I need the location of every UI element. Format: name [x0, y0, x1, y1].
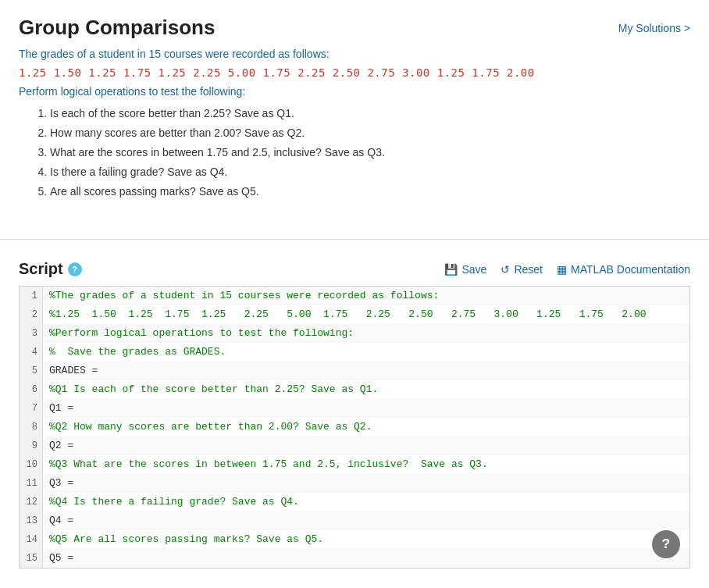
code-line: 7Q1 = [20, 399, 689, 418]
line-number: 4 [20, 343, 43, 362]
line-number: 10 [20, 455, 43, 474]
line-content[interactable]: % Save the grades as GRADES. [43, 343, 689, 362]
code-line: 5GRADES = [20, 362, 689, 380]
line-number: 14 [20, 530, 43, 549]
line-content[interactable]: %Q2 How many scores are better than 2.00… [43, 418, 689, 437]
save-label: Save [461, 263, 486, 276]
line-number: 8 [20, 418, 43, 437]
my-solutions-link[interactable]: My Solutions > [618, 22, 690, 34]
page-title: Group Comparisons [19, 16, 215, 40]
script-section: Script ? 💾 Save ↺ Reset ▦ MATLAB Documen… [0, 252, 709, 568]
code-line: 12%Q4 Is there a failing grade? Save as … [20, 493, 689, 511]
section-divider [0, 239, 709, 240]
line-content[interactable]: %Q5 Are all scores passing marks? Save a… [43, 530, 689, 549]
line-content[interactable]: %Q3 What are the scores in between 1.75 … [43, 455, 689, 474]
line-number: 6 [20, 380, 43, 399]
task-list: Is each of the score better than 2.25? S… [50, 105, 690, 200]
task-item: What are the scores in between 1.75 and … [50, 144, 690, 161]
reset-button[interactable]: ↺ Reset [501, 263, 543, 276]
floating-help-button[interactable]: ? [652, 530, 680, 558]
line-content[interactable]: Q4 = [43, 511, 689, 530]
line-number: 7 [20, 399, 43, 418]
task-item: How many scores are better than 2.00? Sa… [50, 125, 690, 141]
script-title-group: Script ? [19, 260, 82, 278]
script-help-icon[interactable]: ? [68, 262, 82, 276]
line-content[interactable]: %Q4 Is there a failing grade? Save as Q4… [43, 493, 689, 511]
perform-text: Perform logical operations to test the f… [19, 85, 690, 98]
code-line: 1%The grades of a student in 15 courses … [20, 287, 689, 305]
grades-values: 1.25 1.50 1.25 1.75 1.25 2.25 5.00 1.75 … [19, 66, 690, 79]
matlab-doc-label: MATLAB Documentation [571, 263, 690, 276]
matlab-doc-button[interactable]: ▦ MATLAB Documentation [557, 263, 690, 276]
code-line: 3%Perform logical operations to test the… [20, 324, 689, 343]
line-content[interactable]: %Perform logical operations to test the … [43, 324, 689, 343]
line-content[interactable]: Q2 = [43, 437, 689, 455]
script-header: Script ? 💾 Save ↺ Reset ▦ MATLAB Documen… [19, 260, 690, 278]
line-content[interactable]: %The grades of a student in 15 courses w… [43, 287, 689, 305]
task-item: Is each of the score better than 2.25? S… [50, 105, 690, 122]
page-header: Group Comparisons My Solutions > [0, 0, 709, 48]
code-line: 6%Q1 Is each of the score better than 2.… [20, 380, 689, 399]
line-content[interactable]: Q5 = [43, 549, 689, 568]
line-content[interactable]: Q3 = [43, 474, 689, 493]
line-number: 9 [20, 437, 43, 455]
reset-icon: ↺ [501, 263, 510, 276]
code-line: 15Q5 = [20, 549, 689, 568]
line-content[interactable]: %1.25 1.50 1.25 1.75 1.25 2.25 5.00 1.75… [43, 305, 689, 324]
save-button[interactable]: 💾 Save [444, 263, 486, 276]
matlab-doc-icon: ▦ [557, 263, 567, 276]
line-number: 3 [20, 324, 43, 343]
code-line: 2%1.25 1.50 1.25 1.75 1.25 2.25 5.00 1.7… [20, 305, 689, 324]
code-line: 10%Q3 What are the scores in between 1.7… [20, 455, 689, 474]
save-icon: 💾 [444, 263, 458, 276]
line-number: 13 [20, 511, 43, 530]
line-content[interactable]: %Q1 Is each of the score better than 2.2… [43, 380, 689, 399]
line-number: 2 [20, 305, 43, 324]
script-title: Script [19, 260, 63, 278]
script-actions: 💾 Save ↺ Reset ▦ MATLAB Documentation [444, 263, 690, 276]
code-line: 14%Q5 Are all scores passing marks? Save… [20, 530, 689, 549]
code-line: 8%Q2 How many scores are better than 2.0… [20, 418, 689, 437]
line-number: 12 [20, 493, 43, 511]
task-item: Is there a failing grade? Save as Q4. [50, 164, 690, 180]
line-number: 15 [20, 549, 43, 568]
line-content[interactable]: GRADES = [43, 362, 689, 380]
content-area: The grades of a student in 15 courses we… [0, 48, 709, 231]
code-line: 11Q3 = [20, 474, 689, 493]
task-item: Are all scores passing marks? Save as Q5… [50, 184, 690, 200]
line-number: 5 [20, 362, 43, 380]
intro-text: The grades of a student in 15 courses we… [19, 48, 690, 60]
code-line: 9Q2 = [20, 437, 689, 455]
line-number: 1 [20, 287, 43, 305]
code-line: 13Q4 = [20, 511, 689, 530]
reset-label: Reset [514, 263, 543, 276]
line-number: 11 [20, 474, 43, 493]
code-editor[interactable]: 1%The grades of a student in 15 courses … [19, 286, 690, 568]
line-content[interactable]: Q1 = [43, 399, 689, 418]
code-line: 4% Save the grades as GRADES. [20, 343, 689, 362]
